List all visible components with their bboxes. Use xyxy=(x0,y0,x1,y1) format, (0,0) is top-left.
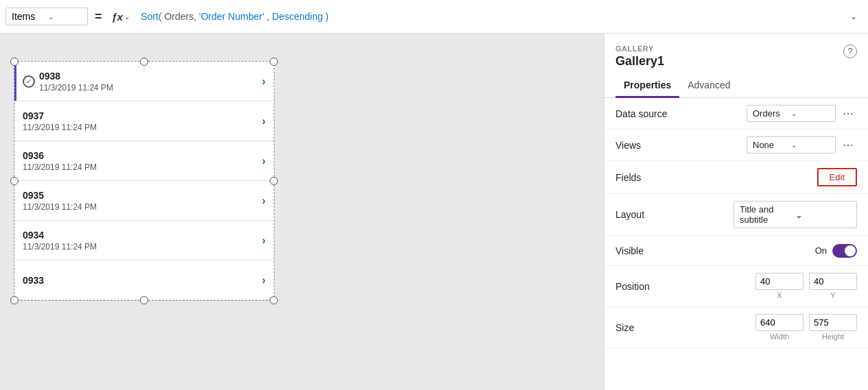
position-control: X Y xyxy=(684,273,857,300)
item-subtitle: 11/3/2019 11:24 PM xyxy=(23,202,262,212)
handle-bottom-center[interactable] xyxy=(140,296,148,304)
position-y-label: Y xyxy=(830,291,835,300)
formula-str1: 'Order Number' xyxy=(199,11,264,22)
size-label: Size xyxy=(615,322,684,333)
gallery-widget[interactable]: ✓ 0938 11/3/2019 11:24 PM › 0937 11/3/20… xyxy=(14,61,274,301)
item-content: 0935 11/3/2019 11:24 PM xyxy=(23,190,262,212)
visible-row: Visible On xyxy=(605,236,868,266)
formula-fn2: Descending xyxy=(272,11,323,22)
item-content: 0937 11/3/2019 11:24 PM xyxy=(23,110,262,132)
layout-dropdown[interactable]: Title and subtitle ⌄ xyxy=(734,201,857,228)
list-item[interactable]: 0937 11/3/2019 11:24 PM › xyxy=(14,101,274,141)
data-source-dropdown[interactable]: Orders ⌄ xyxy=(747,105,836,122)
list-item[interactable]: 0934 11/3/2019 11:24 PM › xyxy=(14,221,274,260)
position-x-input[interactable] xyxy=(755,273,804,290)
handle-middle-left[interactable] xyxy=(10,177,19,185)
handle-bottom-left[interactable] xyxy=(10,296,19,304)
layout-chevron-icon: ⌄ xyxy=(795,210,851,220)
handle-middle-right[interactable] xyxy=(270,177,278,185)
position-x-input-group: X xyxy=(755,273,804,300)
item-content: 0933 xyxy=(23,275,262,286)
layout-control: Title and subtitle ⌄ xyxy=(684,201,857,228)
right-panel: GALLERY Gallery1 ? Properties Advanced D… xyxy=(604,34,868,390)
items-label: Items xyxy=(12,11,45,22)
views-label: Views xyxy=(615,140,684,151)
equals-button[interactable]: = xyxy=(91,10,106,24)
views-chevron-icon: ⌄ xyxy=(791,141,830,149)
item-title: 0938 xyxy=(39,71,262,82)
panel-title: Gallery1 xyxy=(615,54,664,69)
tab-advanced[interactable]: Advanced xyxy=(679,74,738,98)
data-source-value: Orders xyxy=(753,108,791,119)
panel-section-label: GALLERY xyxy=(615,45,664,53)
top-bar: Items ⌄ = ƒx ⌄ Sort( Orders, 'Order Numb… xyxy=(0,0,868,34)
visible-value: On xyxy=(815,245,827,256)
help-icon[interactable]: ? xyxy=(843,45,857,58)
item-subtitle: 11/3/2019 11:24 PM xyxy=(39,83,262,93)
views-more-button[interactable]: ⋯ xyxy=(840,138,857,151)
size-row: Size Width Height xyxy=(605,307,868,348)
formula-arg2: , xyxy=(267,11,272,22)
size-width-input[interactable] xyxy=(755,314,804,331)
fields-edit-button[interactable]: Edit xyxy=(817,168,857,186)
data-source-row: Data source Orders ⌄ ⋯ xyxy=(605,98,868,130)
views-row: Views None ⌄ ⋯ xyxy=(605,130,868,161)
gallery-border: ✓ 0938 11/3/2019 11:24 PM › 0937 11/3/20… xyxy=(14,61,274,301)
data-source-chevron-icon: ⌄ xyxy=(791,110,830,117)
list-item[interactable]: ✓ 0938 11/3/2019 11:24 PM › xyxy=(14,62,274,101)
selected-indicator: ✓ xyxy=(23,75,35,88)
formula-bar[interactable]: Sort( Orders, 'Order Number' , Descendin… xyxy=(135,8,842,25)
position-label: Position xyxy=(615,281,684,292)
item-subtitle: 11/3/2019 11:24 PM xyxy=(23,242,262,252)
handle-top-right[interactable] xyxy=(270,58,278,66)
item-subtitle: 11/3/2019 11:24 PM xyxy=(23,162,262,172)
position-inputs: X Y xyxy=(755,273,857,300)
item-chevron-icon: › xyxy=(262,195,266,207)
size-inputs: Width Height xyxy=(755,314,857,341)
item-content: 0936 11/3/2019 11:24 PM xyxy=(23,150,262,172)
main-content: ✓ 0938 11/3/2019 11:24 PM › 0937 11/3/20… xyxy=(0,34,868,390)
position-row: Position X Y xyxy=(605,266,868,307)
item-chevron-icon: › xyxy=(262,274,266,287)
formula-close: ) xyxy=(325,11,329,22)
item-title: 0935 xyxy=(23,190,262,201)
layout-value: Title and subtitle xyxy=(740,204,795,225)
list-item[interactable]: 0933 › xyxy=(14,260,274,300)
views-dropdown[interactable]: None ⌄ xyxy=(747,136,836,154)
panel-header: GALLERY Gallery1 ? xyxy=(605,34,868,74)
data-source-label: Data source xyxy=(615,108,684,119)
item-content: 0938 11/3/2019 11:24 PM xyxy=(39,71,262,93)
layout-label: Layout xyxy=(615,209,684,220)
item-chevron-icon: › xyxy=(262,75,266,88)
item-chevron-icon: › xyxy=(262,155,266,167)
position-x-label: X xyxy=(777,291,782,300)
item-chevron-icon: › xyxy=(262,234,266,247)
canvas-area: ✓ 0938 11/3/2019 11:24 PM › 0937 11/3/20… xyxy=(0,34,604,390)
list-item[interactable]: 0935 11/3/2019 11:24 PM › xyxy=(14,181,274,221)
handle-bottom-right[interactable] xyxy=(270,296,278,304)
views-control: None ⌄ ⋯ xyxy=(684,136,857,154)
fields-row: Fields Edit xyxy=(605,161,868,194)
visible-label: Visible xyxy=(615,245,684,256)
item-title: 0933 xyxy=(23,275,262,286)
list-item[interactable]: 0936 11/3/2019 11:24 PM › xyxy=(14,141,274,181)
position-y-input-group: Y xyxy=(809,273,857,300)
visible-toggle[interactable] xyxy=(832,244,857,258)
size-control: Width Height xyxy=(684,314,857,341)
fields-label: Fields xyxy=(615,172,684,183)
toggle-knob xyxy=(845,245,856,256)
layout-row: Layout Title and subtitle ⌄ xyxy=(605,194,868,236)
visible-toggle-container: On xyxy=(815,244,857,258)
handle-top-center[interactable] xyxy=(140,58,148,66)
size-height-input-group: Height xyxy=(809,314,857,341)
position-y-input[interactable] xyxy=(809,273,857,290)
tab-properties[interactable]: Properties xyxy=(615,74,679,98)
fx-label: ƒx xyxy=(112,11,124,23)
data-source-more-button[interactable]: ⋯ xyxy=(840,107,857,120)
item-content: 0934 11/3/2019 11:24 PM xyxy=(23,230,262,252)
items-dropdown[interactable]: Items ⌄ xyxy=(5,8,88,25)
size-width-input-group: Width xyxy=(755,314,804,341)
size-height-input[interactable] xyxy=(809,314,857,331)
handle-top-left[interactable] xyxy=(10,58,19,66)
fx-button[interactable]: ƒx ⌄ xyxy=(109,11,133,23)
